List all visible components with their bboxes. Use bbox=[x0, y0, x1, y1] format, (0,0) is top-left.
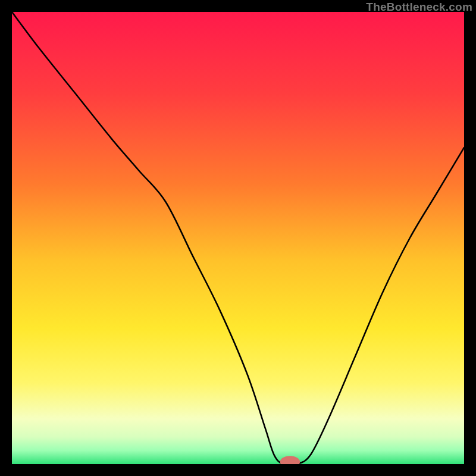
chart-svg bbox=[12, 12, 464, 464]
plot-area bbox=[12, 12, 464, 464]
chart-container: TheBottleneck.com bbox=[0, 0, 476, 476]
gradient-background bbox=[12, 12, 464, 464]
